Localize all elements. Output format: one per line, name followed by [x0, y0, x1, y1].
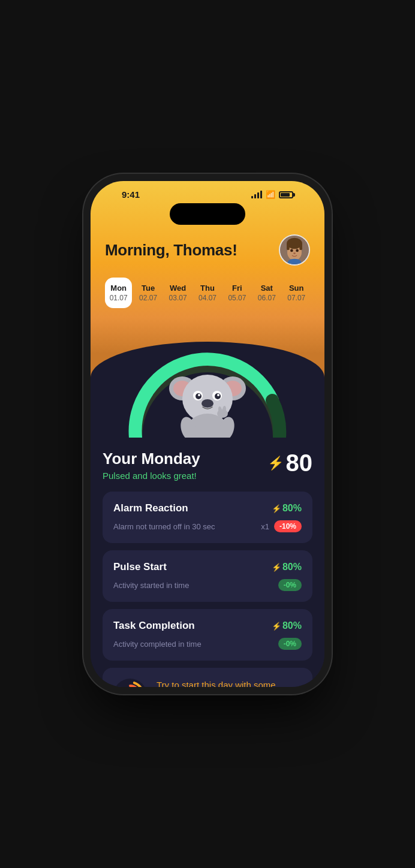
- calendar-day-tue[interactable]: Tue 02.07: [134, 278, 161, 308]
- metric-pulse-badges: -0%: [278, 579, 302, 591]
- day-title: Your Monday: [103, 450, 200, 468]
- metric-alarm-title: Alarm Reaction: [113, 502, 188, 514]
- calendar-strip: Mon 01.07 Tue 02.07 Wed 03.07 Thu 04.07 …: [105, 278, 310, 318]
- header-area: 9:41 📶 Morning, T: [91, 181, 324, 318]
- calendar-day-sun[interactable]: Sun 07.07: [283, 278, 310, 308]
- calendar-day-thu[interactable]: Thu 04.07: [194, 278, 221, 308]
- svg-rect-3: [287, 243, 290, 250]
- metric-pulse-desc: Activity started in time: [113, 581, 189, 590]
- metric-card-pulse[interactable]: Pulse Start ⚡ 80% Activity started in ti…: [103, 550, 312, 602]
- metric-alarm-badges: x1 -10%: [261, 520, 302, 532]
- day-date-sat: 06.07: [258, 294, 276, 302]
- svg-point-7: [293, 252, 296, 254]
- task-badge: -0%: [278, 638, 302, 650]
- svg-point-17: [198, 394, 200, 396]
- score-number: 80: [286, 450, 313, 477]
- day-name-sat: Sat: [261, 284, 273, 293]
- day-name-mon: Mon: [110, 284, 127, 293]
- pulse-badge: -0%: [278, 579, 302, 591]
- metric-task-desc: Activity completed in time: [113, 640, 202, 649]
- metric-pulse-title: Pulse Start: [113, 561, 167, 573]
- battery-icon: [279, 191, 293, 198]
- metric-card-alarm[interactable]: Alarm Reaction ⚡ 80% Alarm not turned of…: [103, 492, 312, 543]
- day-info: Your Monday Pulsed and looks great!: [103, 450, 200, 481]
- svg-point-18: [217, 394, 219, 396]
- alarm-bolt-icon: ⚡: [272, 504, 281, 513]
- task-bolt-icon: ⚡: [272, 622, 281, 631]
- gauge-container: [124, 348, 291, 438]
- day-name-tue: Tue: [142, 284, 155, 293]
- tip-text: Try to start this day with some positive…: [157, 679, 302, 687]
- metric-card-task[interactable]: Task Completion ⚡ 80% Activity completed…: [103, 609, 312, 661]
- day-date-sun: 07.07: [287, 294, 305, 302]
- alarm-badge: -10%: [274, 520, 302, 532]
- day-name-thu: Thu: [200, 284, 215, 293]
- alarm-count: x1: [261, 522, 269, 531]
- tip-card[interactable]: Try to start this day with some positive…: [103, 668, 312, 687]
- score-display: ⚡ 80: [267, 450, 313, 477]
- phone-inner[interactable]: 9:41 📶 Morning, T: [91, 181, 324, 687]
- day-date-fri: 05.07: [228, 294, 246, 302]
- metric-task-badges: -0%: [278, 638, 302, 650]
- status-icons: 📶: [251, 190, 293, 199]
- day-name-sun: Sun: [289, 284, 304, 293]
- wifi-icon: 📶: [266, 190, 275, 199]
- svg-point-5: [290, 249, 293, 252]
- metric-alarm-header: Alarm Reaction ⚡ 80%: [113, 502, 302, 514]
- metric-alarm-desc: Alarm not turned off in 30 sec: [113, 522, 215, 531]
- metric-task-title: Task Completion: [113, 620, 195, 632]
- svg-rect-4: [299, 243, 302, 250]
- calendar-day-wed[interactable]: Wed 03.07: [164, 278, 191, 308]
- signal-icon: [251, 191, 262, 198]
- avatar[interactable]: [279, 234, 310, 266]
- koala-section: [91, 318, 324, 438]
- status-bar: 9:41 📶: [105, 181, 310, 200]
- main-content: Your Monday Pulsed and looks great! ⚡ 80…: [91, 438, 324, 687]
- koala-image: [166, 366, 249, 438]
- day-score-row: Your Monday Pulsed and looks great! ⚡ 80: [103, 438, 312, 492]
- pulse-bolt-icon: ⚡: [272, 563, 281, 572]
- greeting-row: Morning, Thomas!: [105, 225, 310, 278]
- day-name-fri: Fri: [232, 284, 242, 293]
- calendar-day-sat[interactable]: Sat 06.07: [253, 278, 280, 308]
- phone-frame: 9:41 📶 Morning, T: [91, 181, 324, 687]
- svg-point-6: [296, 249, 299, 252]
- metric-task-header: Task Completion ⚡ 80%: [113, 620, 302, 632]
- score-bolt-icon: ⚡: [267, 456, 284, 471]
- tip-icon-circle: [113, 679, 147, 687]
- calendar-day-mon[interactable]: Mon 01.07: [105, 278, 132, 308]
- dynamic-island: [170, 203, 245, 225]
- metric-pulse-header: Pulse Start ⚡ 80%: [113, 561, 302, 573]
- day-name-wed: Wed: [170, 284, 186, 293]
- metric-task-detail: Activity completed in time -0%: [113, 638, 302, 650]
- metric-alarm-score: ⚡ 80%: [272, 503, 302, 514]
- metric-pulse-detail: Activity started in time -0%: [113, 579, 302, 591]
- metric-pulse-score: ⚡ 80%: [272, 562, 302, 572]
- calendar-day-fri[interactable]: Fri 05.07: [224, 278, 251, 308]
- day-date-tue: 02.07: [139, 294, 157, 302]
- metric-alarm-detail: Alarm not turned off in 30 sec x1 -10%: [113, 520, 302, 532]
- day-subtitle: Pulsed and looks great!: [103, 471, 200, 481]
- svg-point-19: [202, 399, 213, 408]
- metric-task-score: ⚡ 80%: [272, 620, 302, 631]
- greeting-text: Morning, Thomas!: [105, 241, 237, 260]
- day-date-mon: 01.07: [110, 294, 128, 302]
- day-date-thu: 04.07: [199, 294, 216, 302]
- status-time: 9:41: [122, 189, 140, 200]
- day-date-wed: 03.07: [169, 294, 187, 302]
